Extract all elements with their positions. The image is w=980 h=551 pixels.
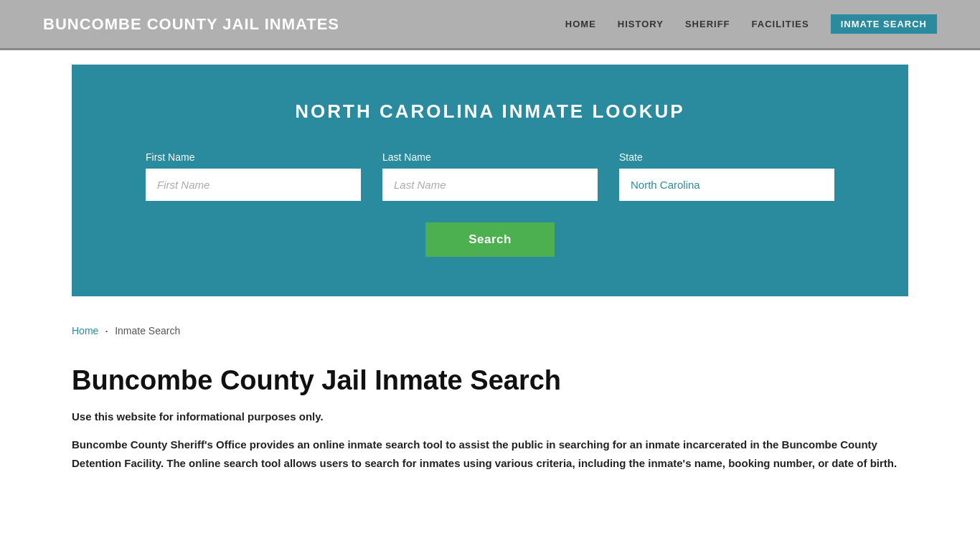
first-name-input[interactable] xyxy=(146,169,361,201)
site-title: BUNCOMBE COUNTY JAIL INMATES xyxy=(43,15,339,34)
last-name-label: Last Name xyxy=(382,151,598,163)
form-row: First Name Last Name State North Carolin… xyxy=(115,151,865,201)
state-group: State North Carolina xyxy=(619,151,834,201)
state-select[interactable]: North Carolina xyxy=(619,169,834,201)
main-content: Home • Inmate Search Buncombe County Jai… xyxy=(0,296,980,501)
search-panel-heading: NORTH CAROLINA INMATE LOOKUP xyxy=(115,100,865,123)
breadcrumb-home[interactable]: Home xyxy=(72,325,98,336)
breadcrumb-current: Inmate Search xyxy=(115,325,180,336)
nav-inmate-search[interactable]: INMATE SEARCH xyxy=(831,14,937,34)
first-name-group: First Name xyxy=(146,151,361,201)
info-line1: Use this website for informational purpo… xyxy=(72,410,908,423)
info-line2: Buncombe County Sheriff's Office provide… xyxy=(72,435,908,472)
last-name-group: Last Name xyxy=(382,151,598,201)
site-header: BUNCOMBE COUNTY JAIL INMATES HOME HISTOR… xyxy=(0,0,980,50)
main-nav: HOME HISTORY SHERIFF FACILITIES INMATE S… xyxy=(565,14,937,34)
search-btn-row: Search xyxy=(115,222,865,257)
breadcrumb-separator: • xyxy=(105,328,108,334)
nav-sheriff[interactable]: SHERIFF xyxy=(685,19,730,29)
nav-home[interactable]: HOME xyxy=(565,19,596,29)
search-button[interactable]: Search xyxy=(425,222,555,257)
first-name-label: First Name xyxy=(146,151,361,163)
nav-facilities[interactable]: FACILITIES xyxy=(752,19,809,29)
last-name-input[interactable] xyxy=(382,169,598,201)
nav-history[interactable]: HISTORY xyxy=(618,19,664,29)
search-panel: NORTH CAROLINA INMATE LOOKUP First Name … xyxy=(72,65,908,296)
breadcrumb: Home • Inmate Search xyxy=(72,325,908,336)
state-label: State xyxy=(619,151,834,163)
page-title: Buncombe County Jail Inmate Search xyxy=(72,365,908,396)
